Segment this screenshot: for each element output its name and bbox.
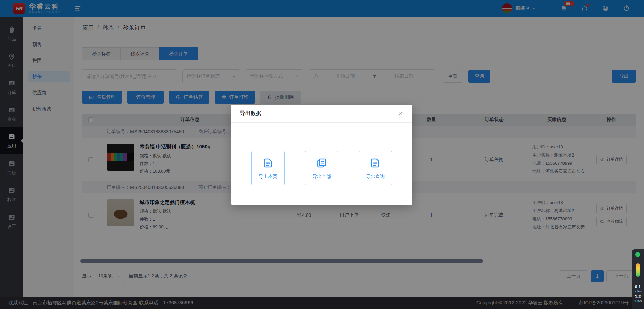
network-monitor-widget[interactable]: 0.1 ▲K/s 1.2 ▼K/s xyxy=(632,249,644,309)
widget-divider xyxy=(634,280,642,280)
unit-label: K/s xyxy=(637,299,642,303)
widget-divider xyxy=(634,260,642,260)
modal-title: 导出数据 xyxy=(240,110,261,117)
export-all-option[interactable]: 导出全部 xyxy=(305,151,338,185)
documents-copy-icon xyxy=(316,157,327,169)
status-dot-icon xyxy=(635,252,640,257)
modal-header: 导出数据 xyxy=(231,105,412,123)
option-label: 导出本页 xyxy=(259,174,277,180)
upload-speed-unit: ▲K/s xyxy=(634,290,642,293)
export-query-option[interactable]: 导出查询 xyxy=(359,151,392,185)
option-label: 导出全部 xyxy=(312,174,331,180)
arrow-up-icon: ▲ xyxy=(634,290,637,293)
option-label: 导出查询 xyxy=(366,174,385,180)
speed-gauge xyxy=(636,263,640,277)
upload-speed-value: 0.1 xyxy=(635,284,641,289)
export-current-page-option[interactable]: 导出本页 xyxy=(251,151,285,185)
modal-body: 导出本页 导出全部 导出查询 xyxy=(231,123,412,185)
document-icon xyxy=(370,157,381,169)
close-icon[interactable] xyxy=(397,111,404,117)
unit-label: K/s xyxy=(637,290,642,293)
arrow-down-icon: ▼ xyxy=(634,300,637,303)
download-speed-value: 1.2 xyxy=(635,294,641,299)
document-icon xyxy=(262,157,274,169)
download-speed-unit: ▼K/s xyxy=(634,299,642,303)
export-data-modal: 导出数据 导出本页 导出全部 导出查询 xyxy=(231,105,412,205)
